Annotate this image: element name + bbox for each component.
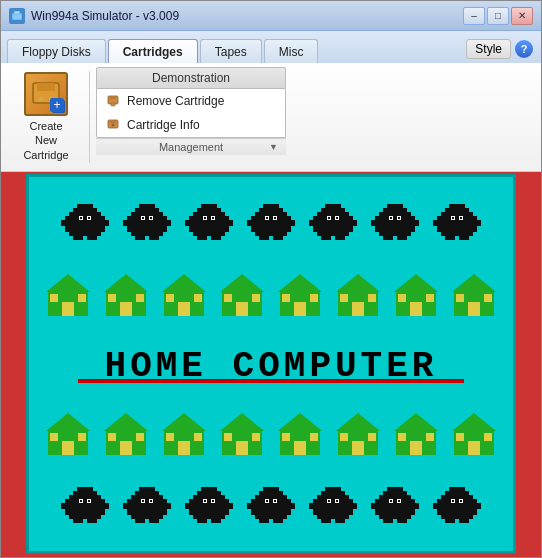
svg-rect-145: [62, 441, 74, 455]
svg-marker-163: [278, 413, 322, 431]
svg-rect-122: [252, 294, 260, 302]
tab-floppy-disks[interactable]: Floppy Disks: [7, 39, 106, 63]
svg-rect-260: [398, 500, 400, 502]
bird-2: [121, 202, 173, 244]
tab-misc[interactable]: Misc: [264, 39, 319, 63]
svg-marker-168: [336, 413, 380, 431]
bird-b3: [183, 485, 235, 527]
svg-rect-180: [468, 441, 480, 455]
bird-row-top: [59, 202, 483, 244]
svg-rect-29: [123, 220, 171, 226]
svg-rect-190: [73, 517, 83, 523]
svg-rect-155: [178, 441, 190, 455]
house-b7: [392, 411, 440, 457]
title-bar-left: Win994a Simulator - v3.009: [9, 8, 179, 24]
expand-icon[interactable]: ▼: [269, 142, 278, 152]
svg-rect-131: [340, 294, 348, 302]
house-b2: [102, 411, 150, 457]
svg-rect-247: [336, 500, 338, 502]
create-new-cartridge-button[interactable]: + Create NewCartridge: [9, 67, 83, 167]
bird-b1: [59, 485, 111, 527]
svg-rect-85: [397, 234, 407, 240]
svg-marker-178: [452, 413, 496, 431]
svg-rect-142: [484, 294, 492, 302]
svg-rect-32: [135, 234, 145, 240]
svg-marker-143: [46, 413, 90, 431]
cartridge-info-icon: [105, 117, 121, 133]
svg-rect-37: [150, 217, 152, 219]
main-content: HOME COMPUTER: [1, 172, 541, 557]
svg-rect-49: [204, 217, 206, 219]
svg-rect-152: [136, 433, 144, 441]
svg-rect-8: [111, 103, 115, 106]
svg-rect-24: [88, 217, 90, 219]
management-bar: Management ▼: [96, 138, 286, 155]
house-4: [218, 272, 266, 318]
svg-marker-128: [336, 274, 380, 292]
svg-rect-204: [149, 517, 159, 523]
svg-rect-125: [294, 302, 306, 316]
svg-rect-151: [108, 433, 116, 441]
svg-rect-68: [309, 220, 357, 226]
svg-rect-23: [80, 217, 82, 219]
svg-rect-200: [123, 503, 171, 509]
house-row-bottom: [44, 411, 498, 457]
maximize-button[interactable]: □: [487, 7, 509, 25]
svg-rect-175: [410, 441, 422, 455]
title-bar: Win994a Simulator - v3.009 – □ ✕: [1, 1, 541, 31]
svg-rect-195: [88, 500, 90, 502]
bird-3: [183, 202, 235, 244]
svg-rect-120: [236, 302, 248, 316]
house-b4: [218, 411, 266, 457]
app-icon: [9, 8, 25, 24]
svg-rect-10: [110, 120, 116, 123]
svg-rect-273: [460, 500, 462, 502]
svg-rect-157: [194, 433, 202, 441]
style-button[interactable]: Style: [466, 39, 511, 59]
house-6: [334, 272, 382, 318]
svg-rect-165: [294, 441, 306, 455]
house-5: [276, 272, 324, 318]
svg-rect-170: [352, 441, 364, 455]
cartridge-info-label: Cartridge Info: [127, 118, 200, 132]
svg-rect-110: [120, 302, 132, 316]
svg-rect-20: [87, 234, 97, 240]
bird-b4: [245, 485, 297, 527]
cartridge-display: HOME COMPUTER: [26, 174, 516, 554]
svg-rect-216: [197, 517, 207, 523]
cartridge-info-item[interactable]: Cartridge Info: [97, 113, 285, 137]
help-button[interactable]: ?: [515, 40, 533, 58]
svg-rect-115: [178, 302, 190, 316]
bird-b5: [307, 485, 359, 527]
svg-marker-118: [220, 274, 264, 292]
svg-rect-1: [14, 11, 20, 14]
svg-rect-207: [142, 500, 144, 502]
svg-rect-156: [166, 433, 174, 441]
cartridge-dropdown-group: Demonstration Remove Cartridge: [96, 67, 286, 155]
svg-rect-101: [452, 217, 454, 219]
svg-rect-162: [252, 433, 260, 441]
svg-rect-230: [273, 517, 283, 523]
house-b6: [334, 411, 382, 457]
minimize-button[interactable]: –: [463, 7, 485, 25]
window-title: Win994a Simulator - v3.009: [31, 9, 179, 23]
remove-cartridge-item[interactable]: Remove Cartridge: [97, 89, 285, 113]
svg-rect-265: [433, 503, 481, 509]
svg-rect-63: [274, 217, 276, 219]
bird-6: [369, 202, 421, 244]
svg-rect-98: [459, 234, 469, 240]
house-b3: [160, 411, 208, 457]
close-button[interactable]: ✕: [511, 7, 533, 25]
svg-marker-153: [162, 413, 206, 431]
dropdown-header[interactable]: Demonstration: [96, 67, 286, 89]
svg-marker-133: [394, 274, 438, 292]
red-underline: [78, 379, 464, 383]
svg-rect-58: [259, 234, 269, 240]
tab-tapes[interactable]: Tapes: [200, 39, 262, 63]
tab-cartridges[interactable]: Cartridges: [108, 39, 198, 63]
house-8: [450, 272, 498, 318]
bird-7: [431, 202, 483, 244]
svg-rect-72: [335, 234, 345, 240]
svg-rect-50: [212, 217, 214, 219]
svg-rect-97: [445, 234, 455, 240]
